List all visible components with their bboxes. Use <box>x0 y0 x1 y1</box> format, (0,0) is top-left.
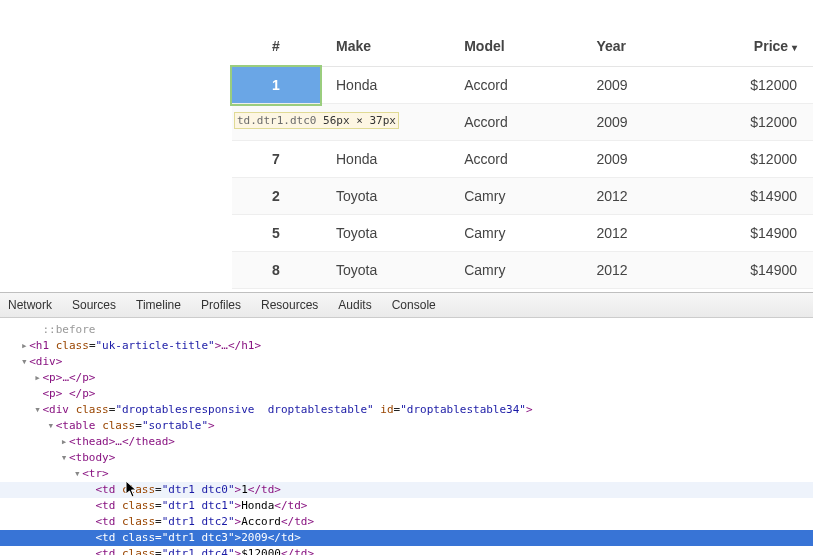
cell-make: Toyota <box>320 252 448 289</box>
disclosure-triangle-icon[interactable] <box>85 530 95 546</box>
disclosure-triangle-icon[interactable]: ▾ <box>72 466 82 482</box>
tree-row[interactable]: ▾<table class="sortable"> <box>0 418 813 434</box>
col-price-label: Price <box>754 38 788 54</box>
tree-row[interactable]: ▾<div class="droptablesresponsive dropta… <box>0 402 813 418</box>
cell-model: Accord <box>448 104 580 141</box>
disclosure-triangle-icon[interactable]: ▾ <box>19 354 29 370</box>
tree-row[interactable]: <p> </p> <box>0 386 813 402</box>
devtools-panel: NetworkSourcesTimelineProfilesResourcesA… <box>0 292 813 555</box>
table-body: 1HondaAccord2009$120004HondaAccord2009$1… <box>232 67 813 289</box>
cell-num: 7 <box>232 141 320 178</box>
cell-year: 2009 <box>580 104 691 141</box>
disclosure-triangle-icon[interactable]: ▾ <box>59 450 69 466</box>
cell-make: Honda <box>320 141 448 178</box>
col-price[interactable]: Price ▾ <box>691 26 813 67</box>
cell-model: Accord <box>448 67 580 104</box>
cell-year: 2012 <box>580 252 691 289</box>
cell-year: 2009 <box>580 67 691 104</box>
cell-price: $12000 <box>691 104 813 141</box>
cell-model: Camry <box>448 178 580 215</box>
devtools-tab-sources[interactable]: Sources <box>68 296 120 314</box>
cell-model: Accord <box>448 141 580 178</box>
disclosure-triangle-icon[interactable] <box>85 482 95 498</box>
cell-num: 2 <box>232 178 320 215</box>
cell-price: $14900 <box>691 252 813 289</box>
devtools-tab-console[interactable]: Console <box>388 296 440 314</box>
tree-row[interactable]: <td class="dtr1 dtc1">Honda</td> <box>0 498 813 514</box>
col-model[interactable]: Model <box>448 26 580 67</box>
cell-num: 1 <box>232 67 320 104</box>
tree-row[interactable]: ▾<tbody> <box>0 450 813 466</box>
cell-make: Toyota <box>320 215 448 252</box>
devtools-tab-timeline[interactable]: Timeline <box>132 296 185 314</box>
cell-model: Camry <box>448 215 580 252</box>
table-row[interactable]: 2ToyotaCamry2012$14900 <box>232 178 813 215</box>
cell-year: 2009 <box>580 141 691 178</box>
inspector-size-tooltip: td.dtr1.dtc0 56px × 37px <box>234 112 399 129</box>
tree-row[interactable]: ▸<thead>…</thead> <box>0 434 813 450</box>
elements-tree[interactable]: ::before ▸<h1 class="uk-article-title">…… <box>0 318 813 555</box>
tooltip-dims: 56px × 37px <box>323 114 396 127</box>
disclosure-triangle-icon[interactable] <box>85 546 95 555</box>
col-year[interactable]: Year <box>580 26 691 67</box>
data-table: # Make Model Year Price ▾ 1HondaAccord20… <box>232 26 813 289</box>
cell-model: Camry <box>448 252 580 289</box>
tree-row[interactable]: <td class="dtr1 dtc3">2009</td> <box>0 530 813 546</box>
tree-row[interactable]: <td class="dtr1 dtc4">$12000</td> <box>0 546 813 555</box>
disclosure-triangle-icon[interactable] <box>85 514 95 530</box>
tree-row[interactable]: ::before <box>0 322 813 338</box>
tree-row[interactable]: ▸<h1 class="uk-article-title">…</h1> <box>0 338 813 354</box>
tree-row[interactable]: <td class="dtr1 dtc2">Accord</td> <box>0 514 813 530</box>
devtools-tab-resources[interactable]: Resources <box>257 296 322 314</box>
cell-price: $14900 <box>691 178 813 215</box>
disclosure-triangle-icon[interactable] <box>33 386 43 402</box>
devtools-tab-audits[interactable]: Audits <box>334 296 375 314</box>
table-row[interactable]: 7HondaAccord2009$12000 <box>232 141 813 178</box>
col-num[interactable]: # <box>232 26 320 67</box>
disclosure-triangle-icon[interactable]: ▸ <box>33 370 43 386</box>
col-make[interactable]: Make <box>320 26 448 67</box>
disclosure-triangle-icon[interactable]: ▸ <box>19 338 29 354</box>
cell-num: 5 <box>232 215 320 252</box>
devtools-tab-profiles[interactable]: Profiles <box>197 296 245 314</box>
tree-row[interactable]: ▸<p>…</p> <box>0 370 813 386</box>
tree-row[interactable]: ▾<div> <box>0 354 813 370</box>
cell-num: 8 <box>232 252 320 289</box>
cell-make: Toyota <box>320 178 448 215</box>
disclosure-triangle-icon[interactable] <box>33 322 43 338</box>
devtools-tabs: NetworkSourcesTimelineProfilesResourcesA… <box>0 293 813 318</box>
cell-year: 2012 <box>580 215 691 252</box>
tree-row[interactable]: ▾<tr> <box>0 466 813 482</box>
devtools-tab-network[interactable]: Network <box>4 296 56 314</box>
disclosure-triangle-icon[interactable] <box>85 498 95 514</box>
cell-price: $12000 <box>691 141 813 178</box>
cell-make: Honda <box>320 67 448 104</box>
disclosure-triangle-icon[interactable]: ▾ <box>46 418 56 434</box>
disclosure-triangle-icon[interactable]: ▾ <box>33 402 43 418</box>
table-header-row: # Make Model Year Price ▾ <box>232 26 813 67</box>
cell-year: 2012 <box>580 178 691 215</box>
cell-price: $14900 <box>691 215 813 252</box>
table-row[interactable]: 8ToyotaCamry2012$14900 <box>232 252 813 289</box>
table-row[interactable]: 5ToyotaCamry2012$14900 <box>232 215 813 252</box>
table-row[interactable]: 1HondaAccord2009$12000 <box>232 67 813 104</box>
disclosure-triangle-icon[interactable]: ▸ <box>59 434 69 450</box>
sort-desc-icon: ▾ <box>792 42 797 53</box>
cell-price: $12000 <box>691 67 813 104</box>
tooltip-selector: td.dtr1.dtc0 <box>237 114 316 127</box>
tree-row[interactable]: <td class="dtr1 dtc0">1</td> <box>0 482 813 498</box>
